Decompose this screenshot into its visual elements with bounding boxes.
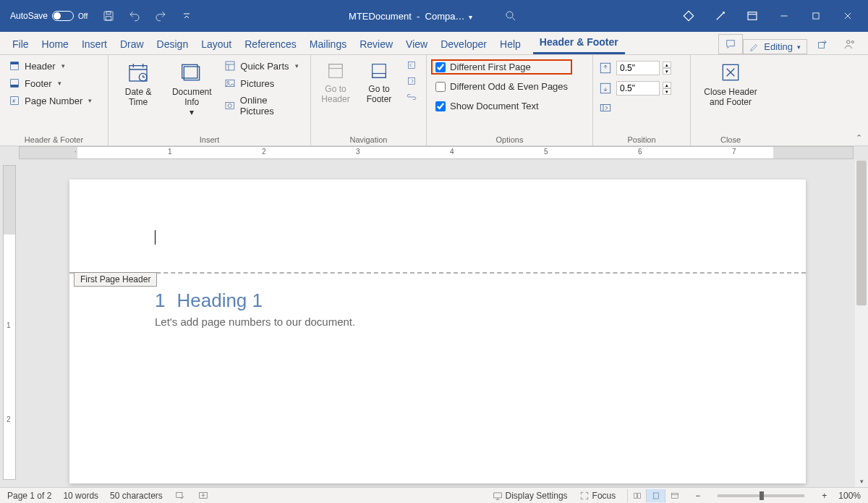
group-position-label: Position — [597, 134, 686, 144]
spin-up[interactable]: ▴ — [663, 82, 671, 88]
svg-point-23 — [229, 103, 232, 107]
autosave-state: Off — [78, 12, 88, 20]
zoom-level[interactable]: 100% — [838, 491, 861, 501]
print-layout-button[interactable] — [646, 489, 665, 502]
svg-rect-19 — [226, 62, 234, 70]
tab-insert[interactable]: Insert — [75, 34, 114, 54]
link-previous-button[interactable] — [402, 90, 421, 104]
close-header-footer-button[interactable]: Close Header and Footer — [695, 58, 766, 110]
different-first-page-checkbox[interactable]: Different First Page — [431, 59, 572, 75]
autosave-toggle[interactable]: AutoSave Off — [4, 11, 93, 21]
different-odd-even-checkbox[interactable]: Different Odd & Even Pages — [431, 79, 572, 94]
scroll-down-button[interactable]: ▾ — [855, 475, 868, 487]
tab-header-footer[interactable]: Header & Footer — [533, 32, 625, 54]
search-button[interactable] — [500, 5, 522, 27]
tab-references[interactable]: References — [238, 34, 303, 54]
page-number-button[interactable]: # Page Number▾ — [4, 93, 96, 109]
autosave-label: AutoSave — [10, 11, 48, 21]
collapse-ribbon-button[interactable]: ⌃ — [856, 133, 862, 143]
zoom-in-button[interactable]: + — [822, 491, 827, 501]
vertical-ruler[interactable]: 1 2 — [3, 165, 16, 480]
tab-review[interactable]: Review — [353, 34, 399, 54]
header-region[interactable] — [69, 179, 806, 274]
svg-point-21 — [227, 81, 229, 83]
view-buttons — [627, 489, 684, 502]
header-from-top-field[interactable]: ▴▾ — [597, 59, 671, 77]
previous-section-button[interactable] — [402, 58, 421, 72]
tab-draw[interactable]: Draw — [114, 34, 150, 54]
svg-rect-37 — [493, 492, 501, 497]
svg-rect-4 — [748, 12, 757, 20]
footer-button[interactable]: Footer▾ — [4, 75, 96, 91]
zoom-slider[interactable] — [718, 494, 804, 497]
minimize-button[interactable] — [768, 5, 800, 27]
heading-number: 1 — [155, 289, 165, 312]
tab-mailings[interactable]: Mailings — [303, 34, 353, 54]
horizontal-ruler[interactable]: · 1 2 3 4 5 6 7 — [19, 146, 854, 159]
display-settings-button[interactable]: Display Settings — [493, 491, 568, 501]
web-layout-button[interactable] — [665, 489, 684, 502]
svg-rect-0 — [104, 12, 113, 20]
svg-rect-1 — [106, 12, 111, 14]
ribbon-tabs: File Home Insert Draw Design Layout Refe… — [0, 32, 868, 55]
spellcheck-icon[interactable] — [174, 491, 186, 501]
goto-footer-button[interactable]: Go to Footer — [359, 58, 399, 107]
svg-rect-32 — [600, 105, 610, 111]
spin-down[interactable]: ▾ — [663, 68, 671, 75]
spin-down[interactable]: ▾ — [663, 88, 671, 95]
date-time-button[interactable]: Date & Time — [113, 58, 163, 110]
insert-alignment-tab-button[interactable] — [597, 100, 671, 116]
close-window-button[interactable] — [832, 5, 864, 27]
tab-help[interactable]: Help — [493, 34, 527, 54]
vertical-scrollbar[interactable]: ▾ — [855, 161, 868, 487]
read-mode-button[interactable] — [627, 489, 646, 502]
group-close-label: Close — [695, 134, 766, 144]
svg-rect-27 — [373, 74, 386, 78]
qat-more-button[interactable] — [176, 5, 197, 27]
diamond-icon[interactable] — [673, 5, 705, 27]
svg-point-36 — [203, 494, 203, 494]
tab-file[interactable]: File — [6, 34, 35, 54]
online-pictures-button[interactable]: Online Pictures — [220, 93, 306, 119]
comments-button[interactable] — [718, 34, 743, 54]
group-insert-label: Insert — [113, 134, 306, 144]
tab-developer[interactable]: Developer — [434, 34, 493, 54]
pictures-button[interactable]: Pictures — [220, 75, 306, 91]
scroll-thumb[interactable] — [856, 161, 867, 305]
accessibility-icon[interactable] — [197, 491, 209, 501]
char-count[interactable]: 50 characters — [110, 491, 163, 501]
tab-design[interactable]: Design — [150, 34, 195, 54]
account-icon[interactable] — [838, 34, 862, 54]
maximize-button[interactable] — [800, 5, 832, 27]
svg-point-8 — [851, 41, 854, 43]
show-document-text-checkbox[interactable]: Show Document Text — [431, 98, 572, 114]
quick-parts-button[interactable]: Quick Parts▾ — [220, 58, 306, 74]
tab-view[interactable]: View — [399, 34, 434, 54]
body-paragraph: Let's add page numbers to our document. — [155, 316, 355, 328]
wand-icon[interactable] — [705, 5, 736, 27]
svg-rect-22 — [226, 102, 234, 109]
svg-rect-2 — [106, 17, 111, 20]
zoom-out-button[interactable]: − — [695, 491, 700, 501]
next-section-button[interactable] — [402, 74, 421, 88]
page-indicator[interactable]: Page 1 of 2 — [7, 491, 51, 501]
word-count[interactable]: 10 words — [63, 491, 98, 501]
footer-from-bottom-field[interactable]: ▴▾ — [597, 80, 671, 97]
document-info-button[interactable]: Document Info▾ — [166, 58, 217, 120]
undo-button[interactable] — [124, 5, 145, 27]
save-button[interactable] — [98, 5, 119, 27]
redo-button[interactable] — [150, 5, 171, 27]
tab-home[interactable]: Home — [35, 34, 75, 54]
focus-button[interactable]: Focus — [579, 491, 616, 501]
header-button[interactable]: Header▾ — [4, 58, 96, 74]
svg-rect-5 — [813, 13, 819, 19]
document-page[interactable]: First Page Header 1 Heading 1 Let's add … — [69, 179, 806, 483]
goto-header-button[interactable]: Go to Header — [315, 58, 356, 107]
tab-layout[interactable]: Layout — [195, 34, 238, 54]
header-top-icon — [597, 61, 613, 75]
autosave-switch[interactable] — [52, 11, 74, 21]
editing-mode-button[interactable]: Editing ▾ — [743, 39, 807, 54]
spin-up[interactable]: ▴ — [663, 62, 671, 68]
share-button[interactable] — [810, 34, 835, 54]
ribbon-display-icon[interactable] — [736, 5, 768, 27]
